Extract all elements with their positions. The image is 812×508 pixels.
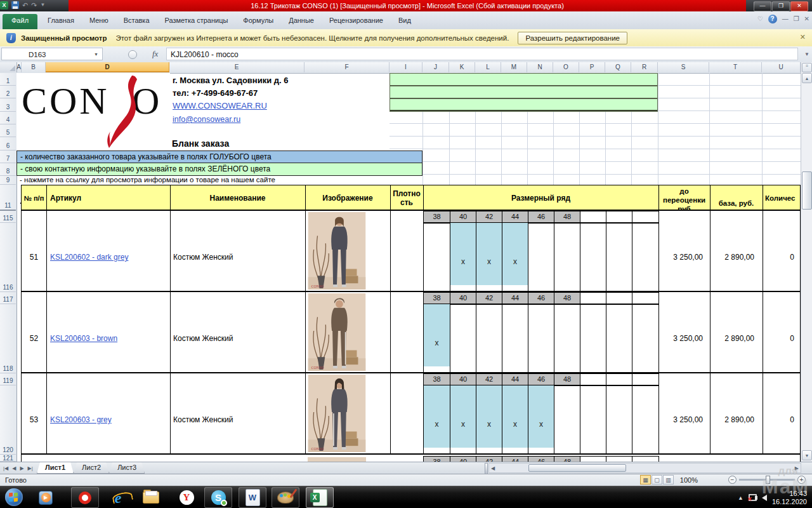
scroll-up-icon[interactable]: ▲	[802, 73, 812, 83]
zoom-slider[interactable]	[739, 479, 795, 481]
last-sheet-icon[interactable]: ▶|	[28, 465, 33, 471]
view-page-break-icon[interactable]: ▥	[663, 475, 674, 485]
close-button[interactable]: ✕	[790, 1, 808, 11]
column-header-a[interactable]: A	[16, 62, 22, 72]
row-header-5[interactable]: 5	[0, 124, 16, 137]
view-normal-icon[interactable]: ▦	[640, 475, 651, 485]
row-header-4[interactable]: 4	[0, 112, 16, 124]
row-header-120[interactable]: 120	[0, 385, 16, 455]
qat-dropdown-icon[interactable]: ▼	[40, 0, 45, 10]
sheet-tab-2[interactable]: Лист2	[74, 462, 109, 474]
row-header-9[interactable]: 9	[0, 176, 16, 185]
column-header-j[interactable]: J	[422, 62, 449, 72]
row-header-119[interactable]: 119	[0, 373, 16, 385]
column-header-o[interactable]: O	[553, 62, 579, 72]
name-box-dropdown-icon[interactable]: ▼	[94, 52, 98, 57]
taskbar-excel-icon[interactable]: X	[306, 487, 334, 508]
taskbar-word-icon[interactable]: W	[239, 487, 266, 508]
size-cell[interactable]: x	[450, 385, 476, 448]
size-cell[interactable]: x	[424, 304, 450, 366]
row-header-6[interactable]: 6	[0, 137, 16, 150]
company-email-link[interactable]: info@consowear.ru	[173, 115, 240, 124]
column-header-p[interactable]: P	[579, 62, 605, 72]
size-cell[interactable]	[554, 304, 580, 366]
row-header-1[interactable]: 1	[0, 73, 16, 86]
tab-insert[interactable]: Вставка	[116, 14, 157, 29]
taskbar-skype-icon[interactable]: S	[204, 487, 232, 508]
column-header-i[interactable]: I	[390, 62, 422, 72]
save-icon[interactable]	[11, 1, 19, 9]
taskbar-paint-icon[interactable]	[272, 487, 299, 508]
size-cell[interactable]: x	[502, 385, 528, 448]
column-header-m[interactable]: M	[501, 62, 527, 72]
column-header-b[interactable]: B	[22, 62, 46, 72]
column-header-f[interactable]: F	[304, 62, 390, 72]
column-header-k[interactable]: K	[449, 62, 475, 72]
scrollbar-split-handle[interactable]: =	[802, 63, 812, 72]
tab-data[interactable]: Данные	[281, 14, 322, 29]
row-header-8[interactable]: 8	[0, 163, 16, 176]
row-header-116[interactable]: 116	[0, 223, 16, 292]
taskbar-yandex-browser-icon[interactable]: Y	[173, 487, 200, 508]
column-header-l[interactable]: L	[475, 62, 501, 72]
start-button[interactable]	[5, 488, 23, 506]
column-header-q[interactable]: Q	[605, 62, 631, 72]
workbook-restore-icon[interactable]: ❐	[794, 15, 799, 23]
size-cell[interactable]	[502, 304, 528, 366]
prev-sheet-icon[interactable]: ◀	[12, 465, 16, 471]
row-header-117[interactable]: 117	[0, 292, 16, 304]
zoom-slider-thumb[interactable]	[766, 476, 770, 484]
company-website-link[interactable]: WWW.CONSOWEAR.RU	[173, 101, 267, 110]
contact-cell-row1[interactable]	[390, 74, 657, 86]
tab-review[interactable]: Рецензирование	[322, 14, 391, 29]
column-header-s[interactable]: S	[658, 62, 709, 72]
zoom-in-icon[interactable]: +	[797, 476, 806, 484]
zoom-level[interactable]: 100%	[680, 476, 698, 484]
first-sheet-icon[interactable]: |◀	[3, 465, 8, 471]
column-header-e[interactable]: E	[169, 62, 304, 72]
select-all-corner[interactable]	[0, 62, 17, 72]
product-sku-link[interactable]: KSL200603 - brown	[50, 334, 117, 343]
volume-icon[interactable]	[762, 495, 767, 501]
size-cell[interactable]: x	[450, 223, 476, 285]
contact-cell-row2[interactable]	[390, 86, 657, 99]
taskbar-file-manager-icon[interactable]	[137, 487, 165, 508]
workbook-close-icon[interactable]: ✕	[804, 15, 809, 23]
tab-home[interactable]: Главная	[40, 14, 82, 29]
cancel-entry-icon[interactable]	[128, 50, 137, 59]
protected-view-close-icon[interactable]: ✕	[800, 33, 806, 41]
scroll-right-icon[interactable]: ▶	[795, 465, 799, 471]
size-cell[interactable]: x	[424, 385, 450, 448]
vertical-scroll-thumb[interactable]	[802, 171, 812, 210]
name-box[interactable]: D163	[1, 48, 103, 60]
size-cell[interactable]	[476, 304, 502, 366]
size-cell[interactable]	[528, 223, 554, 285]
scroll-down-icon[interactable]: ▼	[802, 450, 812, 460]
tab-page-layout[interactable]: Разметка страницы	[157, 14, 236, 29]
product-sku-link[interactable]: KSL200602 - dark grey	[50, 253, 128, 262]
row-header-118[interactable]: 118	[0, 304, 16, 373]
column-header-r[interactable]: R	[631, 62, 658, 72]
product-sku-link[interactable]: KSL200603 - grey	[50, 415, 112, 424]
horizontal-scroll-thumb[interactable]	[528, 464, 626, 472]
undo-icon[interactable]: ↶	[22, 0, 28, 10]
taskbar-opera-icon[interactable]	[71, 487, 99, 508]
taskbar-internet-explorer-icon[interactable]: e	[104, 487, 132, 508]
scroll-left-icon[interactable]: ◀	[491, 465, 495, 471]
view-page-layout-icon[interactable]: ▢	[652, 475, 662, 485]
insert-function-icon[interactable]: fx	[152, 49, 158, 59]
size-cell[interactable]: x	[476, 385, 502, 448]
size-cell[interactable]	[554, 223, 580, 285]
row-header-7[interactable]: 7	[0, 150, 16, 163]
size-cell[interactable]: x	[502, 223, 528, 285]
formula-bar-expand-icon[interactable]: ▼	[804, 51, 809, 57]
formula-input[interactable]: KJL200610 - mocco	[166, 48, 798, 60]
row-header-3[interactable]: 3	[0, 98, 16, 112]
size-cell[interactable]	[424, 223, 450, 285]
favorite-icon[interactable]: ♡	[757, 15, 763, 23]
row-header-11[interactable]: 11	[0, 185, 16, 211]
size-cell[interactable]	[450, 304, 476, 366]
row-header-2[interactable]: 2	[0, 86, 16, 98]
vertical-scrollbar[interactable]: = ▲ ▼	[801, 62, 812, 462]
workbook-minimize-icon[interactable]: —	[782, 15, 789, 23]
